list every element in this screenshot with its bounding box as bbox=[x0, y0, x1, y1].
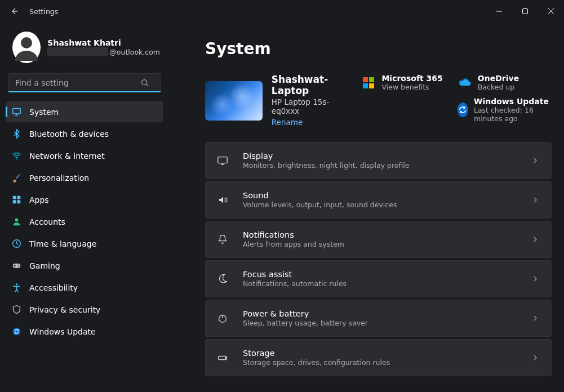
settings-row-display[interactable]: DisplayMonitors, brightness, night light… bbox=[205, 142, 552, 179]
user-name: Shashwat Khatri bbox=[47, 38, 160, 47]
chevron-right-icon bbox=[532, 236, 539, 243]
row-title: Storage bbox=[243, 349, 390, 358]
device-model: HP Laptop 15s-eq0xxx bbox=[272, 97, 352, 115]
update-icon bbox=[11, 327, 21, 337]
person-icon bbox=[11, 217, 21, 227]
sidebar-item-label: Personalization bbox=[29, 173, 89, 182]
sidebar-item-time-language[interactable]: Time & language bbox=[6, 233, 163, 254]
sidebar-item-label: Apps bbox=[29, 195, 49, 204]
settings-row-focus-assist[interactable]: Focus assistNotifications, automatic rul… bbox=[205, 260, 552, 297]
sidebar-item-system[interactable]: System bbox=[6, 101, 163, 122]
sidebar-item-privacy-security[interactable]: Privacy & security bbox=[6, 299, 163, 320]
status-m365[interactable]: Microsoft 365View benefits bbox=[361, 74, 442, 91]
chevron-right-icon bbox=[532, 275, 539, 282]
svg-rect-17 bbox=[369, 77, 374, 82]
settings-row-storage[interactable]: StorageStorage space, drives, configurat… bbox=[205, 339, 552, 376]
storage-icon bbox=[215, 352, 230, 363]
game-icon bbox=[11, 261, 21, 271]
clock-icon bbox=[11, 239, 21, 249]
sidebar-item-windows-update[interactable]: Windows Update bbox=[6, 321, 163, 342]
chevron-right-icon bbox=[532, 157, 539, 164]
sidebar-item-label: Accounts bbox=[29, 217, 65, 226]
device-wallpaper-thumb bbox=[205, 81, 263, 121]
sidebar-item-accessibility[interactable]: Accessibility bbox=[6, 277, 163, 298]
close-button[interactable] bbox=[538, 2, 564, 20]
sidebar-item-label: Time & language bbox=[29, 239, 96, 248]
page-title: System bbox=[205, 39, 552, 58]
update-icon bbox=[458, 103, 468, 117]
brush-icon bbox=[11, 173, 21, 183]
row-title: Sound bbox=[243, 191, 397, 200]
settings-row-notifications[interactable]: NotificationsAlerts from apps and system bbox=[205, 221, 552, 258]
shield-icon bbox=[11, 305, 21, 315]
svg-point-9 bbox=[15, 219, 18, 222]
nav: SystemBluetooth & devicesNetwork & inter… bbox=[3, 99, 166, 344]
sidebar-item-label: Gaming bbox=[29, 261, 60, 270]
status-sub: View benefits bbox=[381, 83, 442, 91]
row-title: Power & battery bbox=[243, 309, 368, 318]
row-title: Display bbox=[243, 152, 409, 161]
svg-point-1 bbox=[21, 37, 32, 48]
sidebar: Shashwat Khatri @outlook.com SystemBluet… bbox=[0, 23, 169, 392]
settings-row-power-battery[interactable]: Power & batterySleep, battery usage, bat… bbox=[205, 300, 552, 337]
row-title: Focus assist bbox=[243, 270, 347, 279]
rename-link[interactable]: Rename bbox=[272, 118, 303, 127]
status-onedrive[interactable]: OneDriveBacked up bbox=[458, 74, 552, 91]
bluetooth-icon bbox=[11, 129, 21, 139]
chevron-right-icon bbox=[532, 197, 539, 203]
status-windows-update[interactable]: Windows UpdateLast checked: 16 minutes a… bbox=[458, 97, 552, 123]
svg-rect-5 bbox=[12, 196, 16, 199]
chevron-right-icon bbox=[532, 354, 539, 361]
status-title: Windows Update bbox=[474, 97, 552, 106]
titlebar: Settings bbox=[0, 0, 564, 23]
display-icon bbox=[215, 155, 230, 166]
settings-row-sound[interactable]: SoundVolume levels, output, input, sound… bbox=[205, 181, 552, 219]
maximize-button[interactable] bbox=[512, 2, 538, 20]
sidebar-item-accounts[interactable]: Accounts bbox=[6, 211, 163, 232]
moon-icon bbox=[215, 273, 230, 284]
app-title: Settings bbox=[29, 7, 58, 16]
back-arrow-icon bbox=[10, 7, 19, 16]
sidebar-item-network-internet[interactable]: Network & internet bbox=[6, 145, 163, 166]
accessibility-icon bbox=[11, 283, 21, 293]
minimize-button[interactable] bbox=[486, 2, 512, 20]
svg-rect-19 bbox=[369, 83, 374, 88]
sidebar-item-label: System bbox=[29, 108, 59, 117]
sidebar-item-label: Network & internet bbox=[29, 152, 105, 161]
svg-rect-0 bbox=[523, 9, 528, 14]
sidebar-item-apps[interactable]: Apps bbox=[6, 189, 163, 210]
back-button[interactable] bbox=[8, 5, 21, 18]
chevron-right-icon bbox=[532, 315, 539, 322]
apps-icon bbox=[11, 195, 21, 205]
sidebar-item-personalization[interactable]: Personalization bbox=[6, 167, 163, 188]
maximize-icon bbox=[522, 8, 528, 14]
power-icon bbox=[215, 313, 230, 324]
row-subtitle: Monitors, brightness, night light, displ… bbox=[243, 161, 409, 170]
user-email-suffix: @outlook.com bbox=[109, 48, 160, 56]
svg-point-15 bbox=[12, 328, 20, 336]
person-icon bbox=[13, 34, 40, 61]
svg-point-23 bbox=[225, 358, 227, 359]
main: System Shashwat-Laptop HP Laptop 15s-eq0… bbox=[169, 23, 564, 392]
svg-point-13 bbox=[18, 266, 19, 267]
onedrive-icon bbox=[458, 75, 472, 90]
device-name: Shashwat-Laptop bbox=[272, 74, 352, 96]
row-subtitle: Sleep, battery usage, battery saver bbox=[243, 319, 368, 327]
sidebar-item-label: Privacy & security bbox=[29, 305, 100, 314]
svg-rect-7 bbox=[12, 200, 16, 203]
user-card[interactable]: Shashwat Khatri @outlook.com bbox=[3, 28, 166, 71]
window-controls bbox=[486, 2, 564, 20]
svg-rect-18 bbox=[363, 83, 368, 88]
m365-icon bbox=[361, 75, 376, 90]
wifi-icon bbox=[11, 151, 21, 161]
search-input[interactable] bbox=[8, 73, 161, 92]
sidebar-item-label: Windows Update bbox=[29, 327, 96, 336]
device-card: Shashwat-Laptop HP Laptop 15s-eq0xxx Ren… bbox=[205, 74, 351, 127]
svg-rect-3 bbox=[12, 109, 20, 114]
row-title: Notifications bbox=[243, 230, 344, 239]
sidebar-item-bluetooth-devices[interactable]: Bluetooth & devices bbox=[6, 123, 163, 144]
sidebar-item-gaming[interactable]: Gaming bbox=[6, 255, 163, 276]
svg-point-14 bbox=[15, 283, 17, 285]
status-title: OneDrive bbox=[478, 74, 519, 83]
svg-point-4 bbox=[16, 158, 17, 159]
